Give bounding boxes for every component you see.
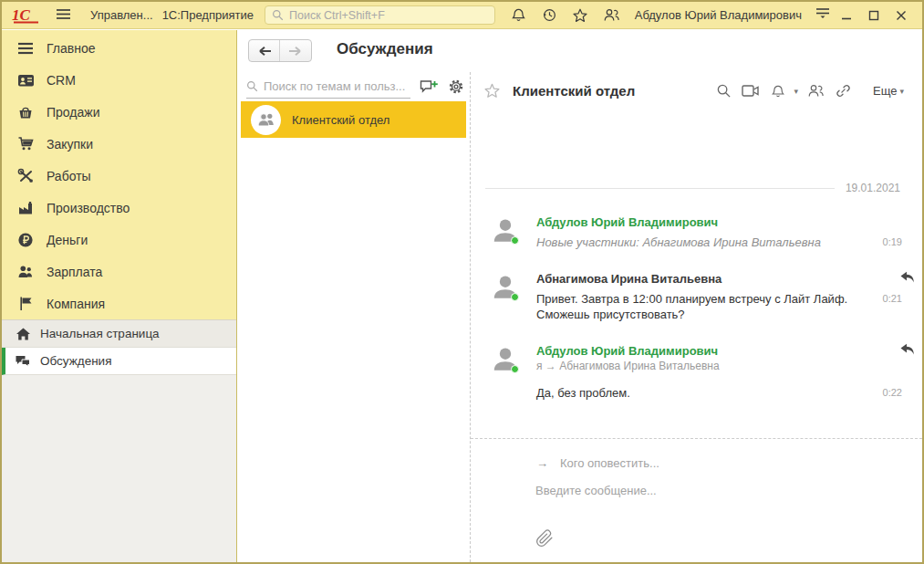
message-abnagimova: Абнагимова Ирина Витальевна Привет. Завт… (491, 271, 915, 323)
tab-home-page[interactable]: Начальная страница (2, 320, 236, 348)
reply-arrow-icon[interactable] (899, 343, 915, 360)
ruble-coin-icon (16, 231, 35, 249)
sidebar-item-label: Зарплата (47, 265, 102, 279)
home-icon (15, 326, 31, 342)
maximize-button[interactable] (860, 5, 888, 26)
link-icon[interactable] (833, 82, 853, 100)
gear-icon (448, 78, 464, 95)
more-caret-icon: ▾ (899, 87, 904, 96)
search-icon (246, 80, 258, 92)
back-button[interactable] (249, 40, 280, 61)
sidebar-item-label: Компания (47, 297, 105, 311)
group-avatar-icon (251, 105, 281, 135)
message-system-new-members: Абдулов Юрий Владимирович Новые участник… (491, 214, 915, 251)
sidebar-item-kompaniya[interactable]: Компания (2, 287, 236, 319)
current-user[interactable]: Абдулов Юрий Владимирович (635, 8, 802, 22)
sidebar-item-zakupki[interactable]: Закупки (2, 128, 236, 160)
sidebar-item-label: Деньги (47, 233, 88, 247)
main-area: Обсуждения Поиск по темам и польз... (238, 30, 922, 562)
global-search-placeholder: Поиск Ctrl+Shift+F (289, 9, 385, 22)
titlebar: 1С Управлен... 1С:Предприятие Поиск Ctrl… (2, 2, 922, 29)
message-time: 0:22 (883, 385, 902, 398)
app-name: 1С:Предприятие (162, 8, 254, 22)
message-input[interactable]: Введите сообщение... (535, 484, 904, 497)
global-search-input[interactable]: Поиск Ctrl+Shift+F (265, 5, 495, 25)
chat-search-input[interactable]: Поиск по темам и польз... (246, 76, 410, 99)
basket-icon (16, 103, 35, 121)
message-author[interactable]: Абдулов Юрий Владимирович (536, 214, 915, 230)
svg-text:1С: 1С (12, 6, 31, 24)
notifications-bell-icon[interactable] (768, 82, 788, 100)
shopping-cart-icon (16, 135, 35, 153)
sidebar-item-prodazhi[interactable]: Продажи (2, 96, 236, 128)
message-author[interactable]: Абнагимова Ирина Витальевна (536, 271, 915, 287)
more-menu-button[interactable]: Еще ▾ (873, 84, 904, 98)
message-abdulov-reply: Абдулов Юрий Владимирович я → Абнагимова… (491, 343, 915, 402)
sidebar: Главное CRM Продажи Закупки Работы Произ (2, 30, 237, 562)
page-title: Обсуждения (337, 40, 433, 58)
minimize-button[interactable] (833, 5, 860, 26)
nav-buttons (248, 39, 312, 62)
tab-label: Обсуждения (40, 354, 111, 368)
tools-icon (16, 167, 35, 185)
notify-arrow-icon: → (536, 456, 548, 470)
history-icon[interactable] (541, 6, 558, 24)
page-header: Обсуждения (238, 30, 922, 72)
attach-file-button[interactable] (535, 529, 554, 551)
sidebar-item-proizvodstvo[interactable]: Производство (2, 192, 236, 224)
discussions-people-icon[interactable] (603, 6, 620, 24)
sidebar-item-label: Главное (47, 41, 96, 56)
message-time: 0:19 (883, 235, 902, 247)
main-menu-icon[interactable] (53, 5, 74, 26)
composer: → Кого оповестить... Введите сообщение..… (471, 438, 922, 562)
message-author[interactable]: Абдулов Юрий Владимирович (536, 343, 915, 359)
members-icon[interactable] (805, 82, 825, 100)
chat-list-item-klientskiy-otdel[interactable]: Клиентский отдел (241, 101, 466, 138)
sidebar-item-zarplata[interactable]: Зарплата (2, 256, 236, 287)
window-title: Управлен... (90, 8, 153, 22)
chat-settings-button[interactable] (447, 77, 466, 97)
sidebar-item-dengi[interactable]: Деньги (2, 224, 236, 256)
window-controls (833, 5, 915, 26)
search-icon[interactable] (713, 82, 733, 100)
1c-logo-icon: 1С (11, 5, 46, 26)
sidebar-item-glavnoe[interactable]: Главное (2, 32, 236, 64)
service-menu-icon[interactable] (813, 5, 833, 26)
sidebar-item-crm[interactable]: CRM (2, 64, 236, 96)
flag-icon (16, 295, 35, 313)
online-status-dot (511, 365, 519, 373)
sidebar-item-label: Работы (47, 169, 91, 183)
notify-placeholder: Кого оповестить... (560, 456, 659, 470)
message-system-text: Новые участники: Абнагимова Ирина Виталь… (536, 235, 876, 251)
favorites-star-icon[interactable] (572, 6, 589, 24)
forward-button[interactable] (280, 40, 311, 61)
new-discussion-button[interactable] (419, 77, 438, 97)
conversation-panel: Клиентский отдел ▾ (470, 72, 922, 562)
favorite-star-icon[interactable] (483, 82, 501, 99)
online-status-dot (511, 236, 519, 245)
message-input-placeholder: Введите сообщение... (535, 484, 657, 497)
menu-lines-icon (16, 39, 35, 57)
more-label: Еще (873, 84, 897, 98)
video-call-icon[interactable] (741, 82, 761, 100)
close-button[interactable] (888, 5, 915, 26)
tab-label: Начальная страница (40, 327, 160, 340)
discussions-icon (15, 353, 31, 370)
message-text: Да, без проблем. (536, 385, 876, 402)
chat-item-title: Клиентский отдел (292, 113, 389, 127)
sidebar-menu: Главное CRM Продажи Закупки Работы Произ (2, 30, 236, 319)
reply-arrow-icon[interactable] (899, 271, 915, 287)
tab-discussions[interactable]: Обсуждения (2, 348, 236, 375)
titlebar-icons (510, 6, 620, 24)
bell-dropdown-caret-icon[interactable]: ▾ (794, 87, 798, 96)
notifications-bell-icon[interactable] (510, 6, 527, 24)
sidebar-item-raboty[interactable]: Работы (2, 160, 236, 192)
chat-list-toolbar: Поиск по темам и польз... (246, 75, 466, 99)
notify-field[interactable]: → Кого оповестить... (536, 456, 659, 470)
search-icon (272, 9, 284, 21)
conversation-title: Клиентский отдел (513, 83, 635, 99)
message-text: Привет. Завтра в 12:00 планируем встречу… (536, 291, 876, 323)
sidebar-item-label: Производство (47, 201, 130, 215)
message-list: 19.01.2021 Абдулов Юрий Владимирович Нов… (471, 104, 922, 438)
conversation-header: Клиентский отдел ▾ (471, 72, 922, 104)
